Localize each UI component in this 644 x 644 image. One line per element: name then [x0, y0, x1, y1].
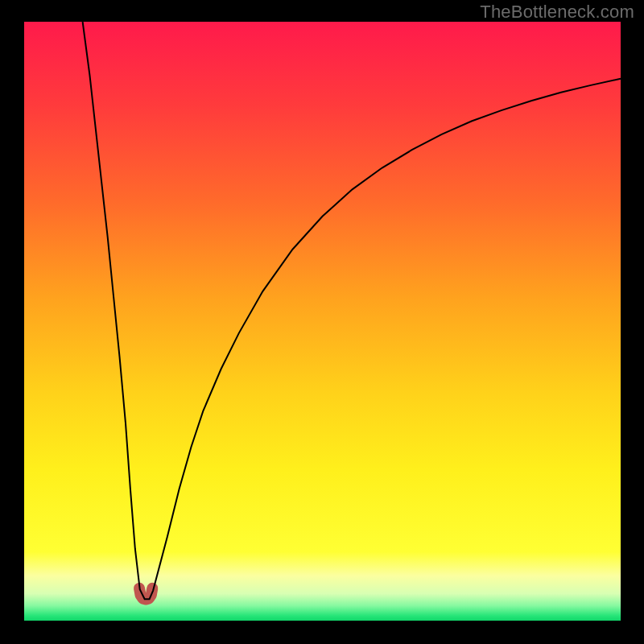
plot-background — [24, 22, 621, 621]
bottleneck-chart — [0, 0, 644, 644]
chart-frame: TheBottleneck.com — [0, 0, 644, 644]
watermark-text: TheBottleneck.com — [480, 2, 634, 23]
